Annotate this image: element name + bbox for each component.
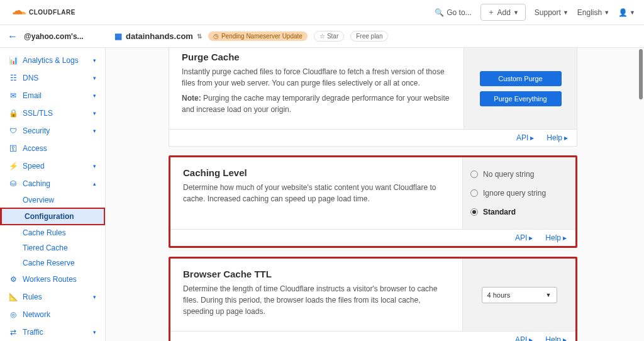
- caret-down-icon: ▼: [513, 9, 519, 16]
- nav-email[interactable]: ✉Email▾: [0, 87, 105, 104]
- nav-security[interactable]: 🛡Security▾: [0, 122, 105, 140]
- custom-purge-button[interactable]: Custom Purge: [480, 71, 562, 86]
- caching-submenu: Overview Configuration Cache Rules Tiere…: [0, 193, 105, 271]
- plan-badge: Free plan: [350, 31, 388, 42]
- chevron-updown-icon: ⇅: [197, 33, 202, 40]
- caret-up-icon: ▴: [93, 181, 96, 187]
- chevron-right-icon: ▸: [563, 233, 567, 242]
- ttl-title: Browser Cache TTL: [183, 269, 450, 279]
- user-menu[interactable]: 👤▼: [618, 8, 635, 17]
- purge-everything-button[interactable]: Purge Everything: [480, 91, 562, 106]
- caret-down-icon: ▼: [546, 292, 552, 298]
- shield-icon: 🛡: [9, 126, 18, 135]
- caret-down-icon: ▾: [93, 57, 96, 64]
- support-menu[interactable]: Support▼: [535, 8, 569, 17]
- caret-down-icon: ▾: [93, 163, 96, 169]
- subnav-cache-rules[interactable]: Cache Rules: [23, 225, 105, 240]
- dns-icon: ☷: [9, 74, 18, 82]
- help-link[interactable]: Help▸: [547, 133, 568, 142]
- help-link[interactable]: Help▸: [545, 233, 567, 242]
- caret-down-icon: ▾: [93, 329, 96, 335]
- star-button[interactable]: ☆Star: [314, 31, 344, 42]
- nav-speed[interactable]: ⚡Speed▾: [0, 157, 105, 175]
- caret-down-icon: ▾: [93, 128, 96, 134]
- chart-icon: 📊: [9, 56, 18, 65]
- traffic-icon: ⇄: [9, 328, 18, 337]
- main-content: Purge Cache Instantly purge cached files…: [106, 48, 644, 341]
- ttl-select[interactable]: 4 hours▼: [482, 287, 557, 303]
- cache-icon: ⛁: [9, 179, 18, 188]
- search-icon: 🔍: [435, 8, 444, 17]
- chevron-right-icon: ▸: [529, 335, 533, 341]
- nav-rules[interactable]: 📐Rules▾: [0, 288, 105, 306]
- context-bar: ← @yahoo.com's... ▦ datainhands.com ⇅ ◷P…: [0, 25, 644, 48]
- radio-standard[interactable]: Standard: [470, 205, 568, 219]
- purge-note: Note: Purging the cache may temporarily …: [182, 92, 451, 115]
- radio-icon: [470, 189, 478, 197]
- browser-ttl-card: Browser Cache TTL Determine the length o…: [169, 257, 577, 341]
- account-label: @yahoo.com's...: [24, 32, 84, 41]
- sidebar: 📊Analytics & Logs▾ ☷DNS▾ ✉Email▾ 🔒SSL/TL…: [0, 48, 106, 341]
- language-menu[interactable]: English▼: [577, 8, 609, 17]
- chevron-right-icon: ▸: [564, 133, 568, 142]
- rules-icon: 📐: [9, 293, 18, 301]
- star-icon: ☆: [319, 33, 325, 40]
- scrollbar[interactable]: [639, 49, 643, 99]
- caret-down-icon: ▾: [93, 92, 96, 99]
- add-button[interactable]: ＋Add▼: [480, 4, 526, 21]
- nav-caching[interactable]: ⛁Caching▴: [0, 175, 105, 193]
- back-button[interactable]: ←: [8, 31, 18, 42]
- nav-dns[interactable]: ☷DNS▾: [0, 69, 105, 87]
- globe-icon: ▦: [114, 31, 122, 41]
- nav-workers[interactable]: ⚙Workers Routes: [0, 271, 105, 288]
- ttl-desc: Determine the length of time Cloudflare …: [183, 283, 450, 317]
- api-link[interactable]: API▸: [515, 233, 533, 242]
- help-link[interactable]: Help▸: [545, 335, 567, 341]
- nav-ssl[interactable]: 🔒SSL/TLS▾: [0, 104, 105, 122]
- topbar-right: 🔍Go to... ＋Add▼ Support▼ English▼ 👤▼: [435, 4, 635, 21]
- nav-traffic[interactable]: ⇄Traffic▾: [0, 323, 105, 341]
- brand-logo[interactable]: CLOUDFLARE: [9, 8, 75, 17]
- caret-down-icon: ▼: [604, 9, 609, 16]
- nav-analytics[interactable]: 📊Analytics & Logs▾: [0, 52, 105, 69]
- subnav-configuration[interactable]: Configuration: [0, 208, 105, 225]
- purge-cache-card: Purge Cache Instantly purge cached files…: [169, 48, 577, 147]
- workers-icon: ⚙: [9, 275, 18, 284]
- subnav-tiered-cache[interactable]: Tiered Cache: [23, 240, 105, 255]
- purge-title: Purge Cache: [182, 52, 451, 62]
- pending-badge: ◷Pending Nameserver Update: [208, 31, 308, 41]
- caret-down-icon: ▾: [93, 110, 96, 116]
- cloudflare-icon: [9, 8, 26, 17]
- plus-icon: ＋: [487, 7, 495, 18]
- api-link[interactable]: API▸: [516, 133, 534, 142]
- clock-icon: ◷: [213, 33, 219, 40]
- radio-checked-icon: [470, 208, 478, 216]
- brand-text: CLOUDFLARE: [29, 9, 75, 16]
- radio-ignore-query[interactable]: Ignore query string: [470, 186, 568, 200]
- key-icon: ⚿: [9, 144, 18, 153]
- mail-icon: ✉: [9, 91, 18, 100]
- level-desc: Determine how much of your website's sta…: [183, 182, 450, 204]
- api-link[interactable]: API▸: [515, 335, 533, 341]
- purge-desc: Instantly purge cached files to force Cl…: [182, 66, 451, 89]
- caching-level-card: Caching Level Determine how much of your…: [169, 155, 577, 248]
- user-icon: 👤: [618, 8, 628, 17]
- radio-no-query[interactable]: No query string: [470, 167, 568, 181]
- chevron-right-icon: ▸: [563, 335, 567, 341]
- lock-icon: 🔒: [9, 109, 18, 118]
- goto-search[interactable]: 🔍Go to...: [435, 8, 471, 17]
- caret-down-icon: ▾: [93, 75, 96, 81]
- network-icon: ◎: [9, 310, 18, 319]
- nav-access[interactable]: ⚿Access: [0, 140, 105, 157]
- chevron-right-icon: ▸: [530, 133, 534, 142]
- nav-network[interactable]: ◎Network: [0, 306, 105, 323]
- caret-down-icon: ▼: [563, 9, 569, 16]
- subnav-cache-reserve[interactable]: Cache Reserve: [23, 255, 105, 271]
- topbar: CLOUDFLARE 🔍Go to... ＋Add▼ Support▼ Engl…: [0, 0, 644, 25]
- bolt-icon: ⚡: [9, 162, 18, 170]
- domain-switcher[interactable]: ▦ datainhands.com ⇅: [114, 31, 202, 41]
- level-title: Caching Level: [183, 167, 450, 178]
- caret-down-icon: ▼: [630, 9, 635, 16]
- subnav-overview[interactable]: Overview: [23, 193, 105, 208]
- caret-down-icon: ▾: [93, 294, 96, 300]
